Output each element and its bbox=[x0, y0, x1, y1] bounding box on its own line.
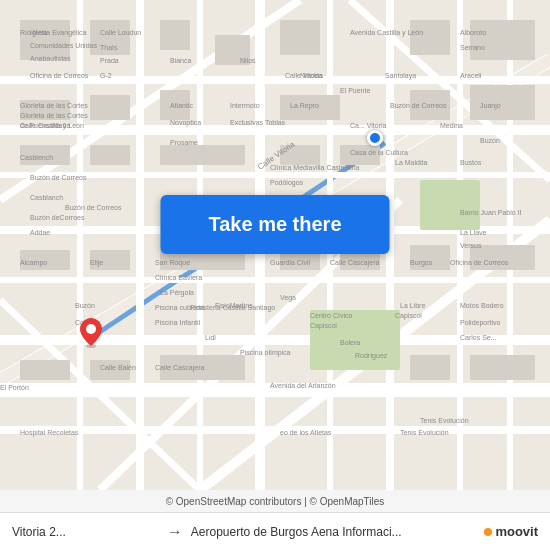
svg-text:Casblench: Casblench bbox=[20, 154, 53, 161]
svg-rect-51 bbox=[410, 245, 450, 270]
svg-text:Buzón: Buzón bbox=[75, 302, 95, 309]
svg-text:Buzón de Correos: Buzón de Correos bbox=[65, 204, 122, 211]
footer-from: Vitoria 2... bbox=[12, 525, 159, 539]
svg-text:Tenis Evolución: Tenis Evolución bbox=[420, 417, 469, 424]
footer: Vitoria 2... → Aeropuerto de Burgos Aena… bbox=[0, 512, 550, 550]
svg-rect-28 bbox=[20, 20, 70, 60]
svg-text:Ca... Vitoria: Ca... Vitoria bbox=[350, 122, 387, 129]
svg-text:Centro Cívico: Centro Cívico bbox=[310, 312, 353, 319]
svg-text:Burgos: Burgos bbox=[410, 259, 433, 267]
svg-text:Addae: Addae bbox=[30, 229, 50, 236]
moovit-logo: moovit bbox=[484, 524, 538, 539]
svg-text:Juanjo: Juanjo bbox=[480, 102, 501, 110]
svg-text:Buzón: Buzón bbox=[480, 137, 500, 144]
svg-text:Calle Cascajera: Calle Cascajera bbox=[330, 259, 380, 267]
svg-text:Exclusivas Toblas: Exclusivas Toblas bbox=[230, 119, 286, 126]
svg-text:Alboroto: Alboroto bbox=[460, 29, 486, 36]
map-view[interactable]: Calle Vitoria Calle Castilla y León Call… bbox=[0, 0, 550, 490]
svg-text:El Puente: El Puente bbox=[340, 87, 370, 94]
svg-rect-56 bbox=[410, 355, 450, 380]
svg-text:Oficina de Correos: Oficina de Correos bbox=[450, 259, 509, 266]
svg-text:Rodríguez: Rodríguez bbox=[355, 352, 388, 360]
svg-text:Hospital Recoletas: Hospital Recoletas bbox=[20, 429, 79, 437]
svg-text:Calle Loudun: Calle Loudun bbox=[100, 29, 141, 36]
svg-text:Alcampo: Alcampo bbox=[20, 259, 47, 267]
svg-text:Comunidades Unidas: Comunidades Unidas bbox=[30, 42, 97, 49]
svg-rect-30 bbox=[160, 20, 190, 50]
svg-text:eo de los Atletas: eo de los Atletas bbox=[280, 429, 332, 436]
svg-text:Clínica Baviera: Clínica Baviera bbox=[155, 274, 202, 281]
svg-text:Versus: Versus bbox=[460, 242, 482, 249]
svg-text:Intermoto: Intermoto bbox=[230, 102, 260, 109]
svg-text:Polideportivo: Polideportivo bbox=[460, 319, 501, 327]
svg-text:Prosame: Prosame bbox=[170, 139, 198, 146]
destination-pin bbox=[367, 130, 383, 146]
svg-text:Guardia Civil: Guardia Civil bbox=[270, 259, 311, 266]
svg-text:G-2: G-2 bbox=[100, 72, 112, 79]
svg-text:Piscina olímpica: Piscina olímpica bbox=[240, 349, 291, 357]
svg-text:Casa de la Cultura: Casa de la Cultura bbox=[350, 149, 408, 156]
svg-rect-43 bbox=[160, 145, 245, 165]
origin-pin bbox=[80, 318, 102, 352]
svg-text:La Pérgola: La Pérgola bbox=[160, 289, 194, 297]
svg-text:Novoptica: Novoptica bbox=[170, 119, 201, 127]
svg-text:Avenida Castilla y León: Avenida Castilla y León bbox=[350, 29, 423, 37]
svg-text:Atlantic: Atlantic bbox=[170, 102, 193, 109]
svg-text:La Llave: La Llave bbox=[460, 229, 487, 236]
svg-text:Bustos: Bustos bbox=[460, 159, 482, 166]
svg-rect-53 bbox=[20, 360, 70, 380]
svg-text:Casblanch: Casblanch bbox=[30, 194, 63, 201]
svg-text:Nicolás: Nicolás bbox=[300, 72, 323, 79]
svg-text:Elije: Elije bbox=[90, 259, 103, 267]
svg-text:Iglesia Evangélica: Iglesia Evangélica bbox=[30, 29, 87, 37]
svg-rect-42 bbox=[90, 145, 130, 165]
svg-text:Araceli: Araceli bbox=[460, 72, 482, 79]
footer-to: Aeropuerto de Burgos Aena Informaci... bbox=[191, 525, 485, 539]
svg-text:Motos Bodero: Motos Bodero bbox=[460, 302, 504, 309]
svg-point-147 bbox=[86, 324, 96, 334]
svg-text:Capiscol: Capiscol bbox=[395, 312, 422, 320]
svg-text:Thaïs: Thaïs bbox=[100, 44, 118, 51]
svg-text:Santolaya: Santolaya bbox=[385, 72, 416, 80]
arrow-icon: → bbox=[167, 523, 183, 541]
take-me-there-button[interactable]: Take me there bbox=[160, 195, 389, 254]
svg-rect-33 bbox=[410, 20, 450, 55]
svg-text:Podólogos: Podólogos bbox=[270, 179, 304, 187]
svg-text:El Portón: El Portón bbox=[0, 384, 29, 391]
svg-text:Buzón de Correos: Buzón de Correos bbox=[30, 174, 87, 181]
svg-text:Lidl: Lidl bbox=[205, 334, 216, 341]
svg-text:Avenida del Arlanzón: Avenida del Arlanzón bbox=[270, 382, 336, 389]
svg-text:Serrano: Serrano bbox=[460, 44, 485, 51]
svg-text:Barrio Juan Pablo II: Barrio Juan Pablo II bbox=[460, 209, 522, 216]
svg-text:de Fuensaldaña: de Fuensaldaña bbox=[20, 122, 70, 129]
svg-text:Carlos Se...: Carlos Se... bbox=[460, 334, 497, 341]
svg-text:Vega: Vega bbox=[280, 294, 296, 302]
svg-text:Prada: Prada bbox=[100, 57, 119, 64]
svg-text:Piscina Infantil: Piscina Infantil bbox=[155, 319, 201, 326]
svg-text:Glorieta de las Cortes: Glorieta de las Cortes bbox=[20, 112, 88, 119]
svg-text:Medina: Medina bbox=[440, 122, 463, 129]
svg-text:Floristeria Castilla Santiago: Floristeria Castilla Santiago bbox=[190, 304, 275, 312]
svg-text:Calle Cascajera: Calle Cascajera bbox=[155, 364, 205, 372]
to-label: Aeropuerto de Burgos Aena Informaci... bbox=[191, 525, 402, 539]
svg-text:Bolera: Bolera bbox=[340, 339, 360, 346]
attribution-text: © OpenStreetMap contributors | © OpenMap… bbox=[166, 496, 385, 507]
svg-text:Calle Balén: Calle Balén bbox=[100, 364, 136, 371]
svg-text:Clínica Mediavilla Castellana: Clínica Mediavilla Castellana bbox=[270, 164, 360, 171]
svg-text:Buzón deCorroes: Buzón deCorroes bbox=[30, 214, 85, 221]
svg-rect-32 bbox=[280, 20, 320, 55]
svg-text:Glorieta de las Cortes: Glorieta de las Cortes bbox=[20, 102, 88, 109]
svg-text:La Libre: La Libre bbox=[400, 302, 425, 309]
moovit-brand: moovit bbox=[495, 524, 538, 539]
svg-rect-57 bbox=[470, 355, 535, 380]
moovit-dot-icon bbox=[484, 528, 492, 536]
svg-text:San Roque: San Roque bbox=[155, 259, 190, 267]
map-attribution: © OpenStreetMap contributors | © OpenMap… bbox=[0, 490, 550, 512]
svg-text:Buzón de Correos: Buzón de Correos bbox=[390, 102, 447, 109]
svg-rect-36 bbox=[90, 95, 130, 120]
svg-text:Capiscol: Capiscol bbox=[310, 322, 337, 330]
svg-rect-34 bbox=[470, 20, 535, 60]
svg-text:Nilos: Nilos bbox=[240, 57, 256, 64]
svg-text:Anabautistas: Anabautistas bbox=[30, 55, 71, 62]
svg-text:La Maldita: La Maldita bbox=[395, 159, 427, 166]
